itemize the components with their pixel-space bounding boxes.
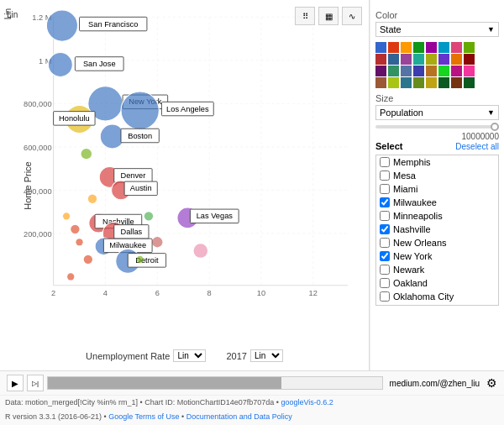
color-swatch[interactable] (388, 77, 399, 88)
city-name: Milwaukee (393, 197, 437, 207)
svg-text:Milwaukee: Milwaukee (109, 241, 146, 249)
color-swatch[interactable] (464, 54, 475, 65)
x-axis-mode-select[interactable]: LinLog (173, 349, 206, 362)
svg-point-28 (48, 53, 72, 77)
color-swatch[interactable] (451, 77, 462, 88)
app-container: ⠿ ▦ ∿ Lin Home Price (0, 0, 504, 425)
bottom-info: Data: motion_merged[!City %in% rm_1] • C… (0, 396, 504, 410)
color-swatch[interactable] (413, 77, 424, 88)
bottom-info-2: R version 3.3.1 (2016-06-21) • Google Te… (0, 410, 504, 424)
city-name: Memphis (393, 157, 431, 167)
city-list-item[interactable]: Trails (376, 303, 498, 306)
color-swatch[interactable] (438, 54, 449, 65)
terms-link[interactable]: Google Terms of Use (108, 412, 179, 421)
city-checkbox[interactable] (380, 197, 390, 207)
city-list-item[interactable]: Oklahoma City (376, 290, 498, 303)
color-swatch[interactable] (401, 77, 412, 88)
city-list-item[interactable]: Nashville (376, 223, 498, 236)
color-swatch[interactable] (451, 66, 462, 76)
color-swatch[interactable] (388, 66, 399, 76)
city-list-item[interactable]: Mesa (376, 169, 498, 182)
color-swatch[interactable] (451, 42, 462, 53)
city-list-item[interactable]: Minneapolis (376, 209, 498, 223)
svg-point-72 (152, 237, 162, 247)
color-swatch[interactable] (375, 54, 386, 65)
city-checkbox[interactable] (380, 265, 390, 275)
city-checkbox[interactable] (380, 157, 390, 167)
deselect-all-button[interactable]: Deselect all (455, 142, 499, 151)
color-swatch[interactable] (413, 66, 424, 76)
chart-svg: 1.2 M 1 M 800,000 600,000 400,000 200,00… (24, 8, 360, 320)
city-name: Nashville (393, 224, 431, 234)
doc-link[interactable]: Documentation and Data Policy (186, 412, 292, 421)
svg-point-74 (144, 212, 153, 220)
color-swatch[interactable] (413, 54, 424, 65)
color-swatch[interactable] (375, 66, 386, 76)
color-dropdown-value: State (380, 24, 402, 34)
playback-controls: ▶ ▷| medium.com/@zhen_liu ⚙ (0, 371, 504, 396)
city-list-item[interactable]: Milwaukee (376, 196, 498, 209)
svg-text:4: 4 (103, 289, 108, 297)
city-list-item[interactable]: New Orleans (376, 236, 498, 249)
city-checkbox[interactable] (380, 238, 390, 248)
city-checkbox[interactable] (380, 184, 390, 194)
city-checkbox[interactable] (380, 224, 390, 234)
color-swatch[interactable] (464, 77, 475, 88)
color-swatch[interactable] (426, 77, 437, 88)
svg-text:Los Angeles: Los Angeles (166, 105, 209, 113)
city-name: Miami (393, 184, 417, 194)
color-swatch[interactable] (426, 66, 437, 76)
svg-point-68 (76, 239, 82, 245)
size-dropdown-value: Population (380, 108, 423, 118)
color-swatch[interactable] (375, 77, 386, 88)
color-swatch[interactable] (375, 42, 386, 53)
city-checkbox[interactable] (380, 251, 390, 261)
svg-point-65 (88, 195, 97, 203)
city-checkbox[interactable] (380, 291, 390, 302)
step-button[interactable]: ▷| (27, 375, 44, 391)
color-swatch[interactable] (388, 42, 399, 53)
color-swatch[interactable] (426, 42, 437, 53)
y-lin-button[interactable]: Lin (7, 10, 18, 19)
city-checkbox[interactable] (380, 211, 390, 221)
x-axis-label: Unemployment Rate (86, 351, 170, 361)
city-checkbox[interactable] (380, 171, 390, 181)
y-axis-mode-select[interactable]: LinLog (250, 349, 283, 362)
play-button[interactable]: ▶ (7, 375, 24, 391)
color-swatch[interactable] (388, 54, 399, 65)
svg-text:400,000: 400,000 (24, 187, 52, 196)
color-swatch[interactable] (401, 54, 412, 65)
city-list-item[interactable]: Newark (376, 263, 498, 276)
city-list-item[interactable]: Oakland (376, 276, 498, 290)
color-swatch[interactable] (451, 54, 462, 65)
svg-text:2: 2 (51, 289, 55, 297)
svg-text:6: 6 (155, 289, 160, 297)
city-checkbox[interactable] (380, 305, 390, 306)
color-swatch[interactable] (438, 42, 449, 53)
color-swatch[interactable] (438, 66, 449, 76)
google-vis-link[interactable]: googleVis-0.6.2 (281, 398, 333, 407)
city-list-item[interactable]: New York (376, 249, 498, 263)
city-checkbox[interactable] (380, 278, 390, 288)
color-swatch[interactable] (413, 42, 424, 53)
size-dropdown-arrow: ▼ (487, 108, 495, 117)
color-dropdown[interactable]: State ▼ (375, 22, 499, 37)
color-swatch[interactable] (401, 66, 412, 76)
city-list-item[interactable]: Miami (376, 182, 498, 196)
svg-text:600,000: 600,000 (24, 144, 52, 152)
gear-icon[interactable]: ⚙ (486, 376, 497, 390)
svg-text:Boston: Boston (128, 132, 152, 140)
color-swatch[interactable] (401, 42, 412, 53)
color-swatch[interactable] (426, 54, 437, 65)
size-slider[interactable] (375, 125, 499, 129)
svg-point-67 (63, 212, 70, 219)
color-swatch[interactable] (464, 42, 475, 53)
size-dropdown[interactable]: Population ▼ (375, 105, 499, 120)
color-swatch[interactable] (464, 66, 475, 76)
svg-point-25 (46, 10, 77, 41)
color-swatch[interactable] (438, 77, 449, 88)
year-display: 2017 (226, 351, 246, 361)
city-list-item[interactable]: Memphis (376, 155, 498, 169)
chart-inner: 1.2 M 1 M 800,000 600,000 400,000 200,00… (24, 8, 360, 320)
timeline[interactable] (47, 376, 383, 390)
